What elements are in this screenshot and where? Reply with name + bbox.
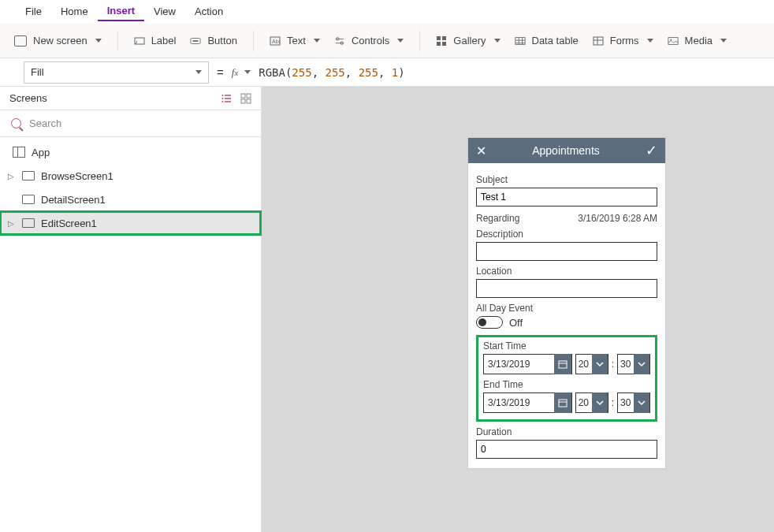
- subject-input[interactable]: [476, 188, 657, 206]
- forms-label: Forms: [610, 35, 639, 47]
- button-icon: [190, 35, 201, 47]
- gallery-button[interactable]: Gallery: [436, 35, 500, 47]
- forms-icon: [593, 35, 604, 47]
- controls-icon: [334, 35, 345, 47]
- menu-view[interactable]: View: [144, 2, 185, 20]
- screens-title: Screens: [9, 92, 47, 104]
- gallery-label: Gallery: [453, 35, 486, 47]
- chevron-down-icon: [195, 70, 202, 74]
- start-time-label: Start Time: [483, 340, 650, 352]
- regarding-value: 3/16/2019 6:28 AM: [578, 213, 657, 224]
- label-icon: [134, 35, 145, 47]
- form-header: ✕ Appointments ✓: [468, 138, 665, 163]
- close-icon[interactable]: ✕: [476, 143, 486, 158]
- expand-icon[interactable]: [8, 195, 16, 204]
- chevron-down-icon: [634, 392, 649, 413]
- chevron-down-icon: [592, 354, 608, 374]
- tree-item-label: BrowseScreen1: [41, 170, 113, 182]
- tree-item-browse[interactable]: ▷ BrowseScreen1: [0, 164, 261, 188]
- start-date-picker[interactable]: 3/13/2019: [483, 354, 572, 374]
- menu-insert[interactable]: Insert: [98, 2, 144, 21]
- end-date-picker[interactable]: 3/13/2019: [483, 392, 572, 413]
- duration-field: Duration: [476, 426, 657, 459]
- duration-input[interactable]: [476, 440, 657, 459]
- controls-label: Controls: [352, 35, 389, 47]
- tree-item-edit[interactable]: ▷ EditScreen1: [0, 211, 261, 235]
- description-input[interactable]: [476, 242, 657, 261]
- start-minute-select[interactable]: 30: [617, 354, 650, 374]
- description-label: Description: [476, 229, 657, 240]
- text-label: Text: [287, 35, 306, 47]
- screen-icon: [22, 195, 35, 204]
- formula-input[interactable]: RGBA(255, 255, 255, 1): [259, 66, 405, 79]
- gallery-icon: [436, 35, 447, 47]
- media-label: Media: [685, 35, 713, 47]
- tree-item-detail[interactable]: DetailScreen1: [0, 188, 261, 211]
- forms-button[interactable]: Forms: [593, 35, 653, 47]
- start-minute-value: 30: [618, 359, 634, 370]
- end-hour-value: 20: [576, 397, 592, 408]
- svg-rect-20: [241, 99, 245, 103]
- svg-rect-18: [241, 94, 245, 98]
- table-icon: [515, 35, 526, 47]
- tree-item-label: DetailScreen1: [41, 194, 106, 206]
- accept-icon[interactable]: ✓: [646, 142, 657, 159]
- text-button[interactable]: Abc Text: [270, 35, 320, 47]
- screen-icon: [22, 218, 35, 228]
- svg-rect-9: [437, 42, 441, 46]
- property-name: Fill: [31, 66, 44, 78]
- end-time-label: End Time: [483, 379, 650, 390]
- expand-icon[interactable]: ▷: [8, 172, 16, 180]
- grid-view-icon[interactable]: [240, 93, 251, 104]
- search-icon: [11, 118, 21, 128]
- formula-bar: Fill = fx RGBA(255, 255, 255, 1): [0, 58, 774, 87]
- location-label: Location: [476, 266, 657, 277]
- fx-button[interactable]: fx: [232, 66, 251, 79]
- end-hour-select[interactable]: 20: [575, 392, 608, 413]
- expand-icon[interactable]: ▷: [8, 219, 16, 228]
- edit-form: ✕ Appointments ✓ Subject Regarding 3/16/…: [468, 138, 665, 468]
- label-text: Label: [151, 35, 177, 47]
- end-minute-select[interactable]: 30: [617, 392, 650, 413]
- svg-rect-8: [442, 36, 446, 40]
- data-table-label: Data table: [532, 35, 579, 47]
- tree-root-app[interactable]: App: [0, 140, 261, 164]
- media-button[interactable]: Media: [668, 35, 727, 47]
- svg-rect-2: [193, 40, 199, 42]
- menu-home[interactable]: Home: [51, 2, 98, 20]
- regarding-label: Regarding: [476, 213, 519, 224]
- screen-icon: [14, 35, 27, 47]
- form-title: Appointments: [532, 144, 600, 157]
- svg-rect-12: [594, 37, 603, 45]
- svg-point-17: [222, 101, 224, 102]
- canvas[interactable]: ✕ Appointments ✓ Subject Regarding 3/16/…: [262, 87, 774, 532]
- chevron-down-icon: [634, 354, 649, 374]
- separator: [419, 31, 420, 51]
- start-date-value: 3/13/2019: [488, 359, 530, 370]
- tree-view: App ▷ BrowseScreen1 DetailScreen1 ▷ Edit…: [0, 137, 261, 238]
- description-field: Description: [476, 229, 657, 261]
- button-button[interactable]: Button: [190, 35, 237, 47]
- svg-text:Abc: Abc: [272, 39, 281, 44]
- allday-toggle[interactable]: [476, 316, 503, 329]
- menu-file[interactable]: File: [16, 2, 51, 20]
- subject-label: Subject: [476, 174, 657, 185]
- new-screen-button[interactable]: New screen: [14, 35, 102, 47]
- chevron-down-icon: [314, 39, 320, 43]
- location-input[interactable]: [476, 279, 657, 298]
- start-hour-value: 20: [576, 359, 592, 370]
- controls-button[interactable]: Controls: [334, 35, 404, 47]
- search-box[interactable]: Search: [0, 110, 261, 137]
- chevron-down-icon: [397, 39, 404, 43]
- allday-state: Off: [509, 317, 523, 329]
- allday-field: All Day Event Off: [476, 303, 657, 329]
- start-hour-select[interactable]: 20: [575, 354, 608, 374]
- menu-action[interactable]: Action: [185, 2, 233, 20]
- end-date-value: 3/13/2019: [488, 397, 530, 408]
- svg-rect-21: [247, 99, 251, 103]
- property-selector[interactable]: Fill: [24, 61, 209, 84]
- label-button[interactable]: Label: [134, 35, 177, 47]
- svg-rect-7: [437, 36, 441, 40]
- list-view-icon[interactable]: [221, 93, 233, 104]
- data-table-button[interactable]: Data table: [515, 35, 579, 47]
